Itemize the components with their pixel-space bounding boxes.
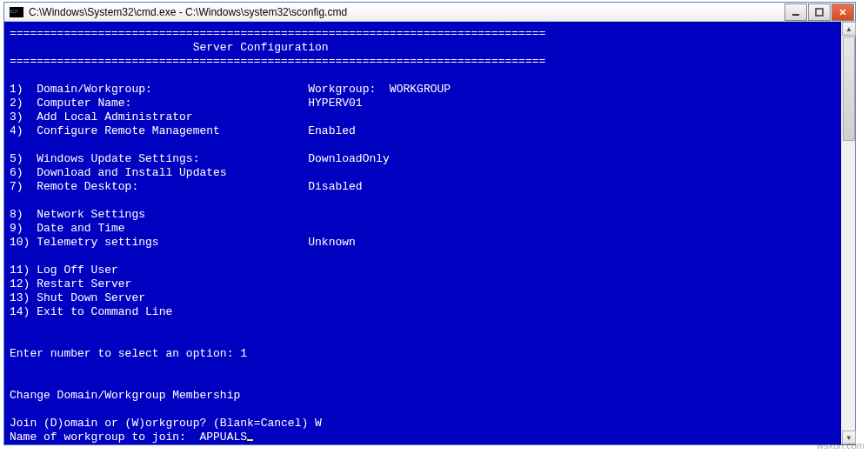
window-buttons — [785, 3, 855, 21]
svg-rect-1 — [816, 9, 823, 16]
scroll-thumb[interactable] — [843, 37, 855, 141]
maximize-button[interactable] — [808, 3, 831, 21]
cmd-window: C:\Windows\System32\cmd.exe - C:\Windows… — [3, 2, 856, 445]
window-title: C:\Windows\System32\cmd.exe - C:\Windows… — [27, 6, 785, 18]
text-cursor — [247, 439, 253, 441]
close-button[interactable] — [831, 3, 854, 21]
vertical-scrollbar[interactable]: ▲ ▼ — [841, 22, 855, 444]
watermark-text: wsxdn.com — [817, 440, 865, 451]
client-area: ========================================… — [4, 22, 855, 444]
titlebar[interactable]: C:\Windows\System32\cmd.exe - C:\Windows… — [4, 3, 855, 22]
scroll-up-button[interactable]: ▲ — [842, 22, 856, 36]
terminal-output[interactable]: ========================================… — [4, 22, 841, 444]
minimize-button[interactable] — [785, 3, 807, 21]
cmd-icon — [10, 7, 23, 17]
